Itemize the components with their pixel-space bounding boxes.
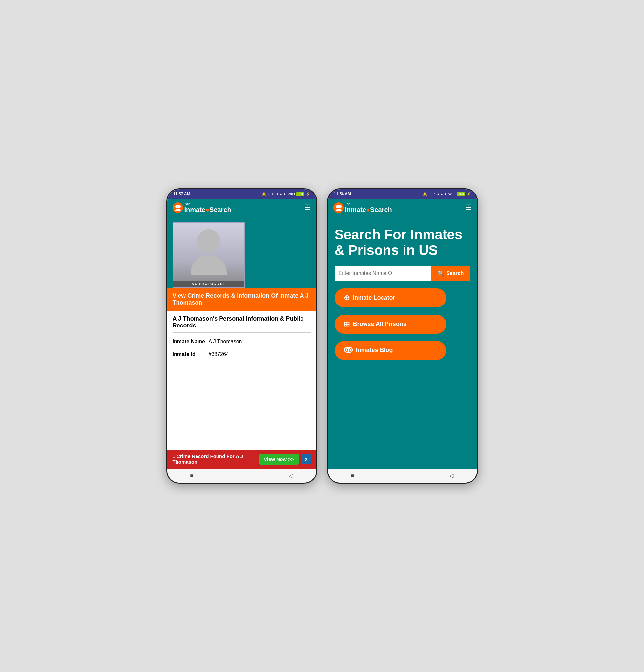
inmates-blog-button[interactable]: ↂ Inmates Blog (335, 341, 446, 360)
nav-back-button[interactable]: ◁ (289, 472, 293, 479)
no-photo-label: NO PHOTOS YET (173, 280, 244, 287)
right-nav-square-button[interactable]: ■ (351, 472, 354, 479)
right-phone: 11:56 AM 🔔 G P ▲▲▲ WiFi 360 ⚡ (327, 188, 478, 484)
crime-found-banner: 1 Crime Record Found For A J Thomason Vi… (167, 449, 316, 469)
avatar-body (191, 255, 227, 275)
browse-prisons-button[interactable]: ⊞ Browse All Prisons (335, 315, 446, 334)
right-logo-text: The Inmate●Search (345, 202, 392, 213)
close-banner-button[interactable]: x (302, 454, 311, 464)
search-button-label: Search (446, 271, 464, 276)
search-input[interactable] (335, 266, 432, 281)
left-logo-brand: Inmate●Search (184, 206, 231, 213)
right-logo-icon (333, 202, 344, 213)
inmate-locator-label: Inmate Locator (353, 294, 395, 301)
svg-point-3 (338, 205, 341, 208)
banner-text: 1 Crime Record Found For A J Thomason (172, 454, 256, 465)
blog-icon: ↂ (344, 346, 353, 355)
left-logo-icon (172, 202, 183, 213)
left-logo-text: The Inmate●Search (184, 202, 231, 213)
right-logo-brand: Inmate●Search (345, 206, 392, 213)
browse-prisons-label: Browse All Prisons (353, 321, 406, 327)
search-icon: 🔍 (438, 271, 444, 277)
right-nav-back-button[interactable]: ◁ (449, 472, 454, 479)
inmate-id-row: Inmate Id #387264 (172, 348, 311, 361)
search-button[interactable]: 🔍 Search (431, 266, 470, 281)
left-navbar: The Inmate●Search ☰ (167, 199, 316, 217)
inmate-name-row: Inmate Name A J Thomason (172, 335, 311, 348)
hero-title: Search For Inmates & Prisons in US (335, 227, 471, 259)
right-logo: The Inmate●Search (333, 202, 392, 213)
avatar-head (197, 229, 220, 252)
inmate-name-label: Inmate Name (172, 339, 209, 345)
view-now-button[interactable]: View Now >> (259, 454, 298, 465)
left-hamburger-icon[interactable]: ☰ (304, 203, 311, 212)
crime-records-banner[interactable]: View Crime Records & Information Of Inma… (167, 288, 316, 311)
nav-home-button[interactable]: ○ (239, 472, 243, 479)
inmate-photo-box: NO PHOTOS YET (172, 222, 245, 288)
left-main-content: NO PHOTOS YET View Crime Records & Infor… (167, 217, 316, 469)
right-main-content: Search For Inmates & Prisons in US 🔍 Sea… (328, 217, 477, 469)
inmate-locator-button[interactable]: ⊕ Inmate Locator (335, 288, 446, 308)
inmate-name-value: A J Thomason (209, 339, 242, 345)
locator-icon: ⊕ (344, 294, 350, 302)
inmate-id-value: #387264 (209, 351, 229, 357)
left-logo-the: The (184, 202, 231, 206)
right-phone-navbar: ■ ○ ◁ (328, 469, 477, 483)
photo-section: NO PHOTOS YET (167, 217, 316, 288)
right-nav-home-button[interactable]: ○ (400, 472, 403, 479)
left-phone: 11:57 AM 🔔 G P ▲▲▲ WiFi 360 ⚡ (166, 188, 317, 484)
nav-square-button[interactable]: ■ (190, 472, 194, 479)
svg-point-1 (178, 205, 181, 208)
inmate-id-label: Inmate Id (172, 351, 209, 357)
right-navbar: The Inmate●Search ☰ (328, 199, 477, 217)
prisons-icon: ⊞ (344, 320, 350, 328)
phones-container: 11:57 AM 🔔 G P ▲▲▲ WiFi 360 ⚡ (166, 188, 478, 484)
right-hamburger-icon[interactable]: ☰ (465, 203, 472, 212)
avatar (191, 229, 227, 275)
left-status-icons: 🔔 G P ▲▲▲ WiFi 360 ⚡ (262, 192, 310, 196)
left-phone-navbar: ■ ○ ◁ (167, 469, 316, 483)
divider-1 (172, 332, 311, 333)
banner-static: 1 Crime Record Found For (172, 454, 236, 459)
personal-info-section: A J Thomason's Personal Information & Pu… (167, 311, 316, 449)
right-time: 11:56 AM (334, 192, 351, 196)
left-time: 11:57 AM (173, 192, 190, 196)
right-status-icons: 🔔 G P ▲▲▲ WiFi 360 ⚡ (423, 192, 471, 196)
search-bar: 🔍 Search (335, 266, 471, 281)
right-status-bar: 11:56 AM 🔔 G P ▲▲▲ WiFi 360 ⚡ (328, 189, 477, 199)
left-logo: The Inmate●Search (172, 202, 231, 213)
inmates-blog-label: Inmates Blog (356, 347, 393, 354)
right-logo-the: The (345, 202, 392, 206)
left-status-bar: 11:57 AM 🔔 G P ▲▲▲ WiFi 360 ⚡ (167, 189, 316, 199)
personal-info-title: A J Thomason's Personal Information & Pu… (172, 315, 311, 329)
